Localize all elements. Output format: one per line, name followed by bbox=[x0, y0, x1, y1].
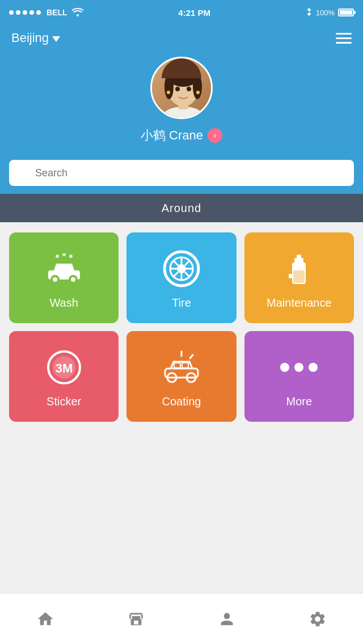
more-label: More bbox=[286, 395, 313, 408]
svg-line-29 bbox=[185, 260, 190, 265]
nav-store[interactable] bbox=[91, 594, 182, 644]
battery-label: 100% bbox=[316, 9, 335, 17]
svg-point-22 bbox=[177, 264, 186, 273]
svg-rect-35 bbox=[293, 270, 305, 283]
svg-rect-14 bbox=[57, 265, 64, 270]
services-grid: Wash Tire bbox=[0, 222, 363, 432]
service-card-coating[interactable]: Coating bbox=[126, 331, 236, 422]
chevron-down-icon bbox=[52, 36, 60, 42]
svg-point-8 bbox=[167, 91, 170, 94]
svg-text:3M: 3M bbox=[55, 361, 73, 375]
sticker-label: Sticker bbox=[47, 395, 81, 408]
search-bar[interactable] bbox=[9, 160, 354, 186]
battery-indicator bbox=[338, 9, 354, 16]
menu-line-2 bbox=[336, 37, 352, 39]
svg-point-7 bbox=[187, 87, 191, 91]
search-container bbox=[0, 155, 363, 194]
menu-line-3 bbox=[336, 42, 352, 44]
service-card-wash[interactable]: Wash bbox=[9, 232, 119, 323]
svg-point-10 bbox=[56, 255, 59, 258]
header-top: Beijing bbox=[11, 31, 352, 45]
svg-point-19 bbox=[71, 277, 75, 282]
avatar-container[interactable] bbox=[150, 57, 213, 119]
avatar bbox=[150, 57, 213, 119]
time-display: 4:21 PM bbox=[178, 8, 210, 18]
menu-line-1 bbox=[336, 33, 352, 35]
bottom-nav bbox=[0, 593, 363, 644]
username-display: 小鹤 Crane ♀ bbox=[141, 127, 222, 144]
search-input[interactable] bbox=[35, 167, 345, 179]
svg-point-47 bbox=[294, 363, 303, 372]
location-selector[interactable]: Beijing bbox=[11, 31, 60, 45]
coating-label: Coating bbox=[162, 395, 201, 408]
signal-dots bbox=[9, 10, 41, 15]
svg-line-40 bbox=[190, 355, 193, 358]
coating-icon bbox=[162, 348, 201, 387]
carrier-label: BELL bbox=[47, 8, 67, 17]
service-card-more[interactable]: More bbox=[244, 331, 354, 422]
svg-rect-34 bbox=[289, 274, 292, 278]
svg-point-6 bbox=[175, 87, 180, 91]
service-card-sticker[interactable]: 3M Sticker bbox=[9, 331, 119, 422]
gender-icon: ♀ bbox=[212, 131, 218, 140]
status-left: BELL bbox=[9, 7, 83, 18]
menu-button[interactable] bbox=[336, 33, 352, 44]
svg-point-46 bbox=[280, 363, 289, 372]
svg-point-4 bbox=[164, 74, 174, 99]
svg-point-5 bbox=[193, 74, 202, 99]
svg-rect-33 bbox=[297, 255, 301, 259]
svg-point-9 bbox=[196, 91, 200, 94]
svg-line-27 bbox=[173, 260, 178, 265]
nav-home[interactable] bbox=[0, 594, 91, 644]
wash-label: Wash bbox=[49, 296, 78, 310]
tire-label: Tire bbox=[172, 296, 191, 310]
svg-point-17 bbox=[53, 277, 57, 282]
avatar-image bbox=[152, 58, 211, 117]
svg-point-11 bbox=[62, 253, 66, 256]
header: Beijing bbox=[0, 25, 363, 155]
search-icon bbox=[18, 166, 29, 180]
status-right: 100% bbox=[306, 7, 354, 19]
sticker-icon: 3M bbox=[44, 348, 84, 387]
svg-rect-43 bbox=[182, 363, 188, 368]
location-label: Beijing bbox=[11, 31, 49, 45]
bluetooth-icon bbox=[306, 7, 313, 19]
svg-rect-15 bbox=[65, 265, 71, 270]
service-card-tire[interactable]: Tire bbox=[126, 232, 236, 323]
svg-line-30 bbox=[173, 272, 178, 277]
maintenance-label: Maintenance bbox=[267, 296, 332, 310]
nav-profile[interactable] bbox=[182, 594, 272, 644]
svg-rect-42 bbox=[174, 363, 180, 368]
maintenance-icon bbox=[279, 249, 319, 289]
wifi-icon bbox=[72, 7, 83, 18]
username-text: 小鹤 Crane bbox=[141, 127, 203, 144]
gender-badge: ♀ bbox=[208, 128, 222, 143]
status-bar: BELL 4:21 PM 100% bbox=[0, 0, 363, 25]
nav-settings[interactable] bbox=[272, 594, 363, 644]
svg-line-28 bbox=[185, 272, 190, 277]
svg-point-48 bbox=[309, 363, 318, 372]
more-icon bbox=[279, 348, 319, 387]
wash-icon bbox=[44, 249, 84, 289]
svg-point-12 bbox=[69, 255, 73, 258]
tire-icon bbox=[162, 249, 201, 289]
around-label: Around bbox=[162, 202, 202, 215]
around-banner: Around bbox=[0, 194, 363, 222]
service-card-maintenance[interactable]: Maintenance bbox=[244, 232, 354, 323]
